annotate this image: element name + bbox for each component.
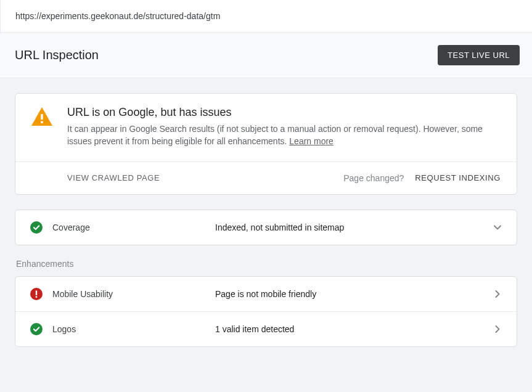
page-changed-label: Page changed? (343, 173, 404, 183)
check-icon (30, 323, 52, 335)
mobile-usability-title: Mobile Usability (52, 289, 215, 299)
check-icon (30, 221, 52, 234)
learn-more-link[interactable]: Learn more (289, 136, 334, 146)
view-crawled-page-button[interactable]: VIEW CRAWLED PAGE (31, 173, 160, 182)
chevron-right-icon (493, 325, 502, 333)
summary-actions: VIEW CRAWLED PAGE Page changed? REQUEST … (15, 161, 517, 194)
coverage-row[interactable]: Coverage Indexed, not submitted in sitem… (15, 210, 517, 245)
chevron-down-icon (493, 223, 502, 232)
svg-point-6 (30, 323, 43, 335)
page-content: URL is on Google, but has issues It can … (0, 78, 532, 362)
warning-icon (31, 106, 67, 148)
logos-title: Logos (52, 324, 215, 334)
logos-value: 1 valid item detected (215, 324, 493, 334)
page-toolbar: URL Inspection TEST LIVE URL (0, 33, 532, 78)
coverage-value: Indexed, not submitted in sitemap (215, 223, 493, 232)
summary-section: URL is on Google, but has issues It can … (15, 94, 517, 161)
inspected-url: https://experiments.geekonaut.de/structu… (15, 11, 220, 21)
summary-description: It can appear in Google Search results (… (67, 124, 483, 146)
request-indexing-button[interactable]: REQUEST INDEXING (415, 173, 501, 182)
test-live-url-button[interactable]: TEST LIVE URL (438, 45, 520, 65)
summary-card: URL is on Google, but has issues It can … (15, 93, 517, 195)
coverage-title: Coverage (52, 223, 215, 232)
error-icon (30, 288, 52, 300)
chevron-right-icon (493, 290, 502, 298)
summary-body: URL is on Google, but has issues It can … (67, 106, 501, 148)
svg-rect-5 (36, 296, 37, 297)
summary-headline: URL is on Google, but has issues (67, 106, 501, 119)
coverage-card: Coverage Indexed, not submitted in sitem… (15, 210, 517, 245)
url-bar[interactable]: https://experiments.geekonaut.de/structu… (0, 0, 532, 33)
enhancements-label: Enhancements (16, 259, 517, 269)
svg-rect-0 (41, 114, 43, 120)
mobile-usability-value: Page is not mobile friendly (215, 289, 493, 299)
page-title: URL Inspection (15, 48, 99, 62)
mobile-usability-row[interactable]: Mobile Usability Page is not mobile frie… (15, 277, 517, 311)
svg-point-2 (30, 221, 43, 234)
svg-rect-4 (36, 290, 37, 295)
logos-row[interactable]: Logos 1 valid item detected (15, 311, 517, 346)
svg-rect-1 (41, 121, 43, 123)
enhancements-card: Mobile Usability Page is not mobile frie… (15, 276, 517, 347)
